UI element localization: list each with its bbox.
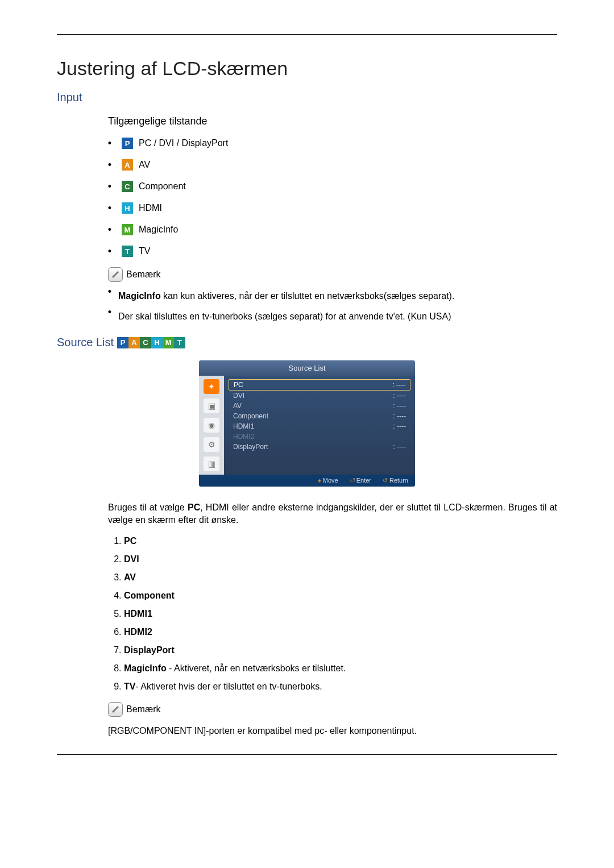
osd-item-name: HDMI2 (233, 433, 254, 441)
li-bold: DisplayPort (124, 645, 175, 655)
note-text: Der skal tilsluttes en tv-tunerboks (sæl… (118, 310, 451, 323)
mode-item: • C Component (108, 181, 557, 192)
osd-item: HDMI2 (229, 431, 410, 442)
mode-badge-c-icon: C (122, 181, 133, 192)
bullet-icon: • (108, 163, 111, 167)
osd-item-name: AV (233, 402, 242, 410)
source-description: Bruges til at vælge PC, HDMI eller andre… (108, 501, 557, 526)
osd-return: Return (389, 477, 408, 484)
osd-item-name: Component (233, 412, 268, 420)
source-ordered-list: PC DVI AV Component HDMI1 HDMI2 DisplayP… (108, 536, 557, 692)
osd-screenshot: Source List ✦ ▣ ◉ ⚙ ▥ PC: ---- DVI: ----… (199, 360, 415, 487)
desc-bold: PC (188, 502, 200, 512)
osd-item: DisplayPort: ---- (229, 442, 410, 452)
osd-enter: Enter (356, 477, 371, 484)
note-icon (108, 267, 123, 282)
osd-item-name: DisplayPort (233, 443, 268, 451)
badge-p-icon: P (117, 337, 128, 348)
badge-m-icon: M (163, 337, 174, 348)
mode-badge-t-icon: T (122, 246, 133, 257)
osd-title: Source List (199, 360, 415, 376)
osd-list: PC: ---- DVI: ---- AV: ---- Component: -… (224, 376, 415, 475)
mode-badge-h-icon: H (122, 202, 133, 214)
li-bold: HDMI1 (124, 609, 152, 618)
note-rest: kan kun aktiveres, når der er tilsluttet… (161, 291, 455, 301)
osd-side-sound-icon: ◉ (204, 418, 219, 433)
mode-badge-p-icon: P (122, 138, 133, 149)
osd-item-name: DVI (233, 392, 244, 400)
osd-side-picture-icon: ▣ (204, 398, 219, 413)
li-bold: PC (124, 536, 136, 546)
list-item: AV (124, 572, 557, 583)
note-item: • MagicInfo kan kun aktiveres, når der e… (108, 290, 557, 302)
bullet-icon: • (108, 206, 111, 210)
osd-item: PC: ---- (229, 379, 410, 391)
mode-label: HDMI (139, 203, 162, 213)
osd-item: Component: ---- (229, 411, 410, 421)
bullet-icon: • (108, 250, 111, 253)
osd-side-setup-icon: ⚙ (204, 437, 219, 452)
mode-label: TV (139, 246, 150, 256)
osd-side-multi-icon: ▥ (204, 456, 219, 471)
osd-item-val: : ---- (393, 412, 406, 420)
osd-item-val: : ---- (393, 422, 406, 430)
osd-item-val: : ---- (392, 381, 405, 389)
list-item: DVI (124, 554, 557, 564)
li-text: - Aktiveret, når en netværksboks er tils… (167, 663, 346, 673)
mode-item: • M MagicInfo (108, 224, 557, 235)
bullet-icon: • (108, 310, 111, 314)
source-list-heading-row: Source List P A C H M T (57, 336, 557, 349)
notes-list-top: • MagicInfo kan kun aktiveres, når der e… (108, 290, 557, 322)
osd-side-input-icon: ✦ (204, 379, 219, 394)
mode-item: • H HDMI (108, 202, 557, 214)
li-bold: HDMI2 (124, 627, 152, 637)
note-bottom-text: [RGB/COMPONENT IN]-porten er kompatibel … (108, 725, 557, 737)
note-item: • Der skal tilsluttes en tv-tunerboks (s… (108, 310, 557, 323)
mode-label: MagicInfo (139, 225, 178, 235)
mode-item: • P PC / DVI / DisplayPort (108, 138, 557, 149)
osd-item-name: PC (234, 381, 243, 389)
note-text: MagicInfo kan kun aktiveres, når der er … (118, 290, 454, 302)
li-bold: Component (124, 591, 175, 600)
bottom-rule (57, 754, 557, 755)
li-bold: MagicInfo (124, 663, 167, 673)
mode-label: PC / DVI / DisplayPort (139, 138, 228, 148)
li-bold: DVI (124, 554, 139, 564)
enter-key-icon: ⏎ (350, 477, 355, 484)
desc-prefix: Bruges til at vælge (108, 502, 188, 512)
note-bold: MagicInfo (118, 291, 161, 301)
osd-footer: ♦Move ⏎Enter ↺Return (199, 475, 415, 487)
badge-c-icon: C (140, 337, 151, 348)
input-heading: Input (57, 91, 557, 104)
osd-item-val: : ---- (393, 443, 406, 451)
osd-item-val: : ---- (393, 392, 406, 400)
osd-item: AV: ---- (229, 401, 410, 411)
top-rule (57, 34, 557, 35)
note-label: Bemærk (126, 704, 160, 715)
badge-h-icon: H (151, 337, 163, 348)
list-item: HDMI1 (124, 609, 557, 619)
bullet-icon: • (108, 185, 111, 188)
osd-item-name: HDMI1 (233, 422, 254, 430)
badge-a-icon: A (128, 337, 140, 348)
note-label: Bemærk (126, 269, 160, 280)
modes-list: • P PC / DVI / DisplayPort • A AV • C Co… (108, 138, 557, 257)
source-list-heading: Source List (57, 336, 114, 349)
source-badge-strip: P A C H M T (117, 337, 185, 348)
osd-item-val: : ---- (393, 402, 406, 410)
list-item: HDMI2 (124, 627, 557, 637)
osd-move: Move (323, 477, 338, 484)
mode-badge-a-icon: A (122, 159, 133, 171)
move-key-icon: ♦ (318, 477, 321, 484)
list-item: Component (124, 591, 557, 601)
bullet-icon: • (108, 142, 111, 145)
li-bold: AV (124, 572, 136, 582)
mode-badge-m-icon: M (122, 224, 133, 235)
note-icon (108, 702, 123, 717)
mode-label: AV (139, 160, 150, 170)
list-item: TV- Aktiveret hvis der er tilsluttet en … (124, 682, 557, 692)
bullet-icon: • (108, 228, 111, 231)
list-item: MagicInfo - Aktiveret, når en netværksbo… (124, 663, 557, 674)
osd-sidebar: ✦ ▣ ◉ ⚙ ▥ (199, 376, 224, 475)
list-item: DisplayPort (124, 645, 557, 655)
